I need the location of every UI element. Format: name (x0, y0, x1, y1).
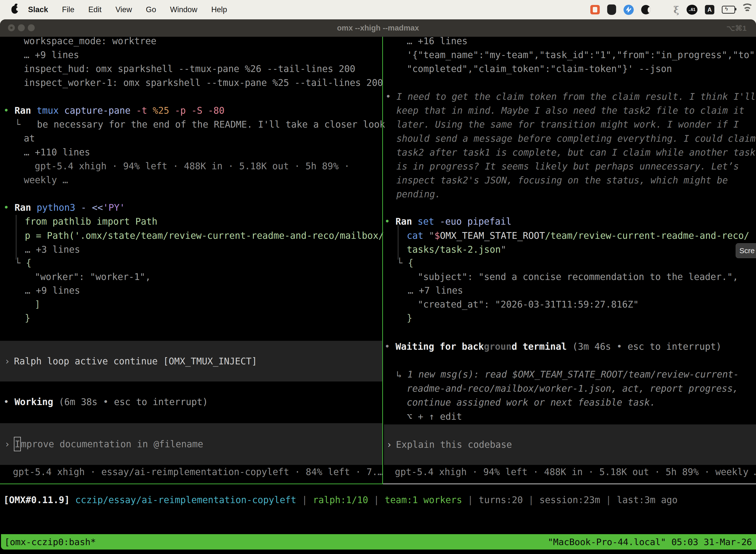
terminal-line: └ { (397, 256, 414, 270)
terminal-line: • I need to get the claim token from the… (385, 90, 756, 104)
text-segment: "worker": "worker-1", (35, 272, 151, 282)
text-segment: pending. (396, 189, 441, 200)
text-segment: %25 (152, 105, 175, 116)
text-segment: } (407, 313, 412, 323)
terminal-line: └ { (15, 256, 32, 270)
text-segment: gpt-5.4 xhigh · 94% left · 488K in · 5.1… (395, 466, 756, 477)
text-segment: -80 (208, 105, 225, 116)
chevron-prompt-icon: › (386, 439, 392, 450)
text-segment: set (418, 216, 440, 227)
terminal-line: tasks/task-2.json" (407, 242, 506, 257)
text-segment: └ (15, 258, 26, 268)
left-input-placeholder: mprove documentation in @filename (21, 439, 203, 449)
left-prompt-input[interactable]: › I mprove documentation in @filename (0, 423, 382, 465)
text-segment: gpt-5.4 xhigh · essay/ai-reimplementatio… (13, 466, 383, 477)
terminal-line: gpt-5.4 xhigh · 94% left · 488K in · 5.1… (395, 465, 756, 479)
text-segment: capture-pane (64, 105, 136, 116)
text-segment: [OMX#0.11.9] (3, 495, 75, 505)
terminal-line: "worker": "worker-1", (35, 270, 151, 284)
screenshot-tooltip: Scre (736, 243, 756, 258)
text-segment: - (81, 202, 92, 213)
terminal-line: … +16 lines (407, 34, 467, 48)
terminal-line: inspect_worker-1: omx sparkshell --tmux-… (24, 76, 383, 90)
right-prompt-input[interactable]: › Explain this codebase (384, 425, 756, 465)
text-segment: … +110 lines (24, 147, 90, 158)
text-segment: I need to get the claim token from the c… (397, 91, 756, 102)
terminal-line: gpt-5.4 xhigh · essay/ai-reimplementatio… (13, 465, 383, 479)
text-segment: "subject": "send a concise recommendatio… (418, 272, 738, 282)
terminal-line: "completed","claim_token":"claim-token"}… (407, 62, 672, 76)
output-connector-line (16, 215, 16, 260)
ralph-loop-banner: › Ralph loop active continue [OMX_TMUX_I… (0, 341, 382, 382)
text-segment: Waiting for back (396, 341, 484, 352)
terminal-line: • Ran set -euo pipefail (384, 214, 511, 229)
tmux-status-bar: [omx-cczip0:bash* "MacBook-Pro-44.local"… (1, 534, 756, 550)
text-segment: last:3m ago (617, 495, 678, 505)
text-segment: d terminal (511, 341, 572, 352)
text-segment: } (25, 313, 30, 323)
text-segment: groun (484, 341, 511, 352)
pane-divider[interactable] (382, 37, 383, 484)
pane-border-bottom-left (0, 484, 382, 484)
text-segment: at (24, 133, 35, 144)
text-segment: | (368, 495, 385, 505)
text-segment: Ran (396, 216, 418, 227)
text-segment: workspace_mode: worktree (24, 36, 156, 46)
text-segment: ralph:1/10 (313, 495, 368, 505)
text-segment: … +3 lines (25, 244, 80, 255)
terminal-line: keep that in mind. Maybe I also need the… (396, 104, 744, 118)
text-segment: later. Using the same for transition mig… (396, 119, 739, 130)
text-segment: { (408, 258, 414, 268)
terminal-line: ↳ 1 new msg(s): read $OMX_TEAM_STATE_ROO… (396, 367, 739, 382)
ralph-loop-text: Ralph loop active continue [OMX_TMUX_INJ… (14, 356, 257, 367)
text-segment: gpt-5.4 xhigh · 94% left · 488K in · 5.1… (35, 161, 350, 171)
text-segment: (6m 38s • esc to interrupt) (59, 397, 208, 407)
text-segment: '{"team_name":"my-team","task_id":"1","f… (407, 50, 756, 60)
text-segment: p = Path('.omx/state/team/review-current… (25, 230, 384, 241)
text-segment: from pathlib import Path (25, 216, 158, 227)
terminal-content: workspace_mode: worktree… +9 linesinspec… (0, 0, 756, 554)
text-segment: python3 (37, 202, 81, 213)
text-cursor: I (14, 437, 21, 451)
text-segment: | (600, 495, 617, 505)
text-segment: | (462, 495, 479, 505)
terminal-line: '{"team_name":"my-team","task_id":"1","f… (407, 48, 756, 62)
output-connector-line (398, 225, 398, 260)
text-segment: inspect_hud: omx sparkshell --tmux-pane … (24, 63, 356, 74)
terminal-line: later. Using the same for transition mig… (396, 117, 739, 131)
terminal-line: from pathlib import Path (25, 214, 158, 229)
tmux-session-label: [omx-cczip0:bash* (4, 537, 96, 547)
terminal-line: • Waiting for background terminal (3m 46… (384, 340, 721, 354)
text-segment: is in progress? It seems likely but perh… (396, 161, 739, 172)
terminal-line: • Ran python3 - <<'PY' (3, 201, 125, 215)
text-segment: • (3, 397, 15, 407)
text-segment: /team/review-current-readme-and-reco/ (545, 230, 749, 241)
terminal-line: readme-and-reco/mailbox/worker-1.json, a… (407, 382, 738, 396)
right-input-placeholder: Explain this codebase (396, 439, 512, 450)
terminal-line: … +3 lines (25, 242, 80, 257)
text-segment: task2 after task1 is complete, but can I… (396, 147, 756, 158)
text-segment: " (501, 244, 506, 255)
text-segment: should send a message before completing … (396, 133, 756, 144)
text-segment: ] (35, 299, 40, 310)
text-segment: • (384, 216, 396, 227)
text-segment: $ (434, 230, 440, 241)
terminal-line: "created_at": "2026-03-31T11:59:27.816Z" (418, 297, 639, 312)
terminal-line: cat "$OMX_TEAM_STATE_ROOT/team/review-cu… (407, 229, 749, 243)
terminal-line: gpt-5.4 xhigh · 94% left · 488K in · 5.1… (35, 159, 350, 173)
terminal-line: } (407, 311, 412, 325)
omx-hud-status-line: [OMX#0.11.9] cczip/essay/ai-reimplementa… (3, 493, 678, 507)
text-segment: ↳ (396, 369, 407, 380)
text-segment: 'PY' (103, 202, 125, 213)
text-segment: << (92, 202, 103, 213)
terminal-line: • Ran tmux capture-pane -t %25 -p -S -80 (3, 104, 225, 118)
text-segment: … +16 lines (407, 36, 467, 46)
tmux-host-clock-label: "MacBook-Pro-44.local" 05:03 31-Mar-26 (548, 537, 752, 547)
terminal-line: … +9 lines (24, 48, 79, 62)
text-segment: └ (15, 119, 37, 130)
text-segment: "created_at": "2026-03-31T11:59:27.816Z" (418, 299, 639, 310)
terminal-line: … +9 lines (25, 283, 80, 297)
pane-border-bottom-right (383, 484, 756, 484)
terminal-line: ] (35, 297, 40, 312)
text-segment: session:23m (540, 495, 600, 505)
